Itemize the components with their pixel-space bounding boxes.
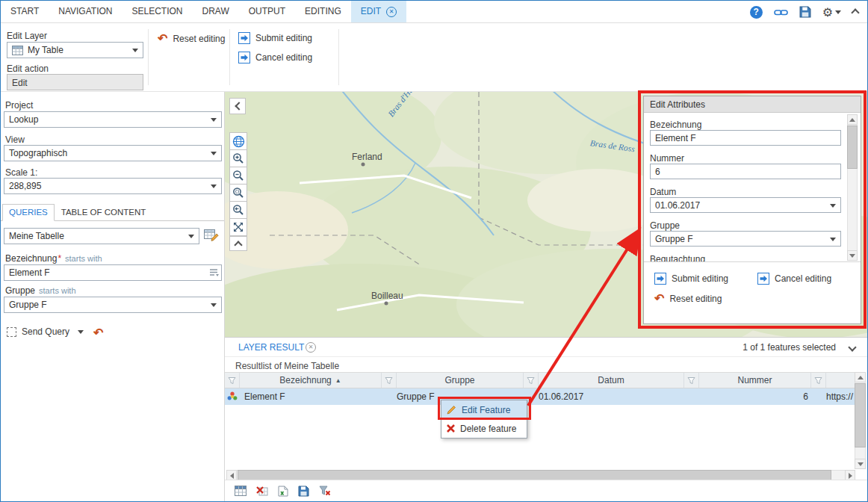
help-icon[interactable]: ? [750, 6, 763, 19]
attr-datum-select[interactable]: 01.06.2017 [650, 197, 841, 213]
clear-filter-icon[interactable] [319, 486, 331, 496]
zoom-out-button[interactable] [229, 167, 247, 185]
cancel-arrow-icon [757, 273, 769, 285]
attr-nummer-input[interactable] [650, 164, 841, 179]
panel-scroll-thumb[interactable] [847, 126, 858, 169]
chevron-down-icon [830, 204, 836, 208]
ribbon-separator [229, 29, 230, 85]
chevron-down-icon [211, 185, 217, 188]
filter-funnel-icon[interactable] [684, 373, 699, 388]
context-menu-delete-feature[interactable]: Delete feature [441, 419, 527, 438]
window-icons: ? ⚙ [750, 1, 858, 23]
panel-scroll-up-button[interactable] [847, 114, 858, 125]
tab-table-of-content[interactable]: TABLE OF CONTENT [55, 204, 153, 221]
globe-button[interactable] [229, 132, 247, 150]
edit-layer-select[interactable]: My Table [7, 42, 143, 58]
project-label: Project [5, 100, 33, 111]
value-list-icon[interactable] [208, 267, 219, 280]
query-select[interactable]: Meine Tabelle [4, 228, 199, 244]
panel-scroll-down-button[interactable] [847, 250, 858, 261]
attr-gruppe-label: Gruppe [650, 220, 680, 231]
result-scroll-up-button[interactable] [855, 372, 866, 382]
gear-icon[interactable]: ⚙ [822, 5, 841, 19]
edit-action-label: Edit action [7, 63, 49, 74]
feature-icon [225, 391, 240, 402]
tab-editing[interactable]: EDITING [295, 1, 351, 22]
zoom-window-button[interactable] [229, 184, 247, 202]
link-icon[interactable] [774, 7, 788, 18]
zoom-in-icon [232, 152, 244, 164]
column-header-datum[interactable]: Datum [539, 373, 684, 388]
panel-cancel-editing-button[interactable]: Cancel editing [757, 273, 831, 285]
close-tab-icon[interactable]: ✕ [386, 7, 397, 17]
expand-result-icon[interactable] [848, 343, 856, 351]
tab-queries[interactable]: QUERIES [2, 204, 55, 221]
sidebar-tabs: QUERIES TABLE OF CONTENT [1, 202, 224, 221]
filter-funnel-icon[interactable] [524, 373, 539, 388]
field-bezeichnung-input[interactable] [4, 264, 222, 281]
tab-draw[interactable]: DRAW [192, 1, 238, 22]
attr-gruppe-select[interactable]: Gruppe F [650, 231, 841, 247]
result-scroll-down-button[interactable] [855, 459, 866, 469]
table-icon[interactable] [235, 486, 247, 496]
pencil-icon [446, 404, 457, 415]
reset-editing-label: Reset editing [173, 34, 225, 44]
tab-output[interactable]: OUTPUT [239, 1, 295, 22]
filter-funnel-icon[interactable] [811, 373, 826, 388]
field-bezeichnung-operator: starts with [65, 254, 102, 263]
cancel-editing-button[interactable]: Cancel editing [238, 52, 312, 63]
tab-navigation[interactable]: NAVIGATION [49, 1, 122, 22]
export-icon[interactable] [278, 486, 288, 497]
send-query-button[interactable]: Send Query [7, 326, 84, 337]
field-gruppe-select[interactable]: Gruppe F [4, 297, 222, 313]
collapse-toolbar-button[interactable] [229, 236, 247, 251]
ribbon-separator [338, 29, 339, 85]
selection-marquee-icon [7, 327, 16, 337]
column-header-nummer[interactable]: Nummer [699, 373, 811, 388]
tab-selection[interactable]: SELECTION [122, 1, 192, 22]
undo-icon: ↶ [158, 34, 167, 44]
tab-edit[interactable]: EDIT ✕ [351, 1, 406, 22]
full-extent-button[interactable] [229, 218, 247, 236]
column-header-bezeichnung[interactable]: Bezeichnung ▲ [240, 373, 382, 388]
result-subtitle: Resultlist of Meine Tabelle [235, 361, 339, 371]
table-row[interactable]: Element F Gruppe F 01.06.2017 6 https:// [225, 388, 855, 405]
tab-edit-label: EDIT [361, 1, 381, 22]
save-icon[interactable] [298, 486, 309, 497]
attr-gruppe-value: Gruppe F [655, 234, 693, 244]
collapse-panel-button[interactable] [229, 98, 246, 114]
collapse-ribbon-icon[interactable] [852, 7, 858, 18]
result-scroll-thumb[interactable] [855, 383, 866, 447]
attr-bezeichnung-input[interactable] [650, 130, 841, 146]
reset-query-icon[interactable]: ↶ [93, 328, 103, 338]
panel-submit-editing-button[interactable]: Submit editing [654, 273, 728, 285]
filter-funnel-icon[interactable] [225, 373, 240, 388]
result-table-header: Bezeichnung ▲ Gruppe Datum Nummer [225, 372, 855, 388]
scale-select[interactable]: 288,895 [4, 178, 222, 194]
zoom-in-button[interactable] [229, 149, 247, 167]
project-select[interactable]: Lookup [4, 111, 222, 128]
view-select[interactable]: Topographisch [4, 145, 222, 161]
edit-table-icon[interactable] [204, 228, 220, 242]
zoom-previous-button[interactable] [229, 201, 247, 219]
edit-attributes-panel: Edit Attributes Bezeichnung Nummer Datum… [643, 96, 861, 324]
field-bezeichnung-label: Bezeichnung [5, 253, 57, 264]
close-result-icon[interactable]: ✕ [306, 342, 316, 353]
reset-editing-button[interactable]: ↶ Reset editing [158, 34, 225, 44]
remove-selection-icon[interactable] [256, 486, 268, 496]
save-icon[interactable] [799, 6, 811, 18]
column-header-gruppe[interactable]: Gruppe [397, 373, 524, 388]
tab-layer-result[interactable]: LAYER RESULT [238, 338, 304, 357]
context-menu-edit-feature[interactable]: Edit Feature [441, 400, 527, 419]
zoom-out-icon [232, 170, 244, 182]
tab-start[interactable]: START [1, 1, 49, 22]
attr-begutachtung-label: Begutachtung [650, 254, 705, 262]
filter-funnel-icon[interactable] [382, 373, 397, 388]
map-label-ferland: Ferland [352, 152, 382, 162]
edit-attributes-fields: Bezeichnung Nummer Datum 01.06.2017 Grup… [644, 113, 861, 262]
map-label-boilleau: Boilleau [371, 291, 403, 301]
column-header-link[interactable] [826, 373, 855, 388]
full-extent-icon [232, 221, 244, 233]
panel-reset-editing-button[interactable]: ↶ Reset editing [654, 294, 722, 304]
submit-editing-button[interactable]: Submit editing [238, 32, 312, 44]
